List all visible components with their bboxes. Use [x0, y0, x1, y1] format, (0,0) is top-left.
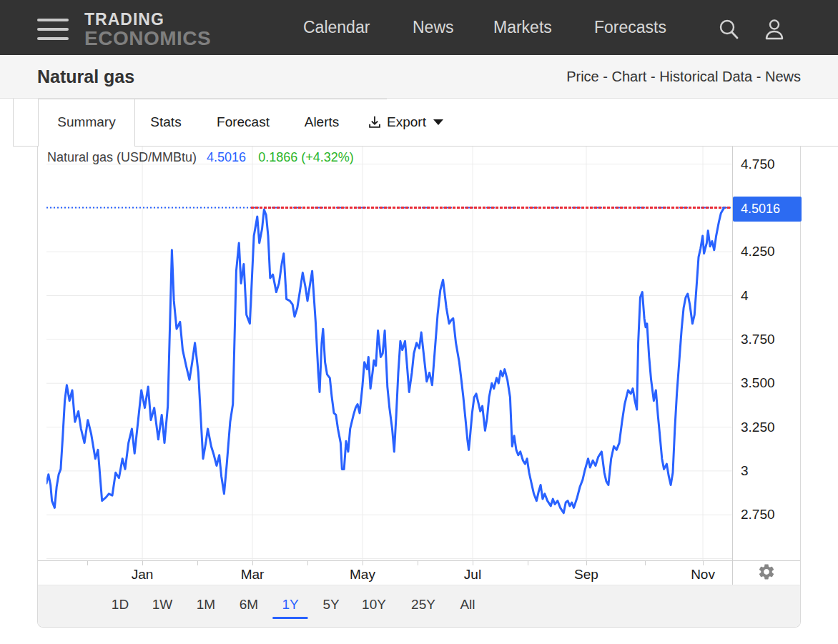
top-navigation-bar: TRADING ECONOMICS Calendar News Markets … — [0, 0, 838, 55]
page: TRADING ECONOMICS Calendar News Markets … — [0, 0, 838, 644]
range-button-6m[interactable]: 6M — [238, 597, 260, 618]
logo-line1: TRADING — [84, 11, 211, 28]
y-axis-label: 3.250 — [741, 419, 775, 436]
menu-icon[interactable] — [37, 19, 69, 40]
range-button-1m[interactable]: 1M — [195, 597, 217, 618]
x-axis-tick — [732, 561, 733, 565]
price-line-series — [46, 208, 724, 513]
gear-icon[interactable] — [757, 563, 776, 581]
section-links[interactable]: Price - Chart - Historical Data - News — [566, 55, 801, 98]
instrument-label: Natural gas (USD/MMBtu) — [47, 150, 197, 164]
x-axis-label-nov: Nov — [691, 564, 715, 585]
y-axis-label: 4 — [741, 287, 749, 304]
price-change: 0.1866 (+4.32%) — [258, 150, 354, 164]
download-icon — [367, 114, 383, 130]
caret-down-icon — [433, 119, 443, 125]
page-title: Natural gas — [37, 55, 134, 98]
tab-forecast[interactable]: Forecast — [217, 99, 270, 146]
search-icon[interactable] — [716, 17, 742, 43]
x-axis-tick — [418, 561, 418, 565]
nav-link-calendar[interactable]: Calendar — [303, 0, 370, 55]
trading-economics-logo[interactable]: TRADING ECONOMICS — [84, 11, 211, 49]
y-axis-label: 4.750 — [741, 156, 775, 173]
range-button-all[interactable]: All — [458, 597, 476, 618]
tab-bar: Summary Stats Forecast Alerts Export — [13, 99, 838, 147]
x-axis-label-mar: Mar — [241, 564, 265, 585]
nav-link-forecasts[interactable]: Forecasts — [594, 0, 666, 55]
x-axis-line — [38, 560, 800, 561]
chart-header: Natural gas (USD/MMBtu) 4.5016 0.1866 (+… — [47, 147, 354, 167]
range-button-10y[interactable]: 10Y — [360, 597, 388, 618]
x-axis-label-may: May — [350, 564, 375, 585]
price-chart[interactable] — [46, 147, 732, 560]
nav-link-news[interactable]: News — [413, 0, 454, 55]
last-price: 4.5016 — [207, 150, 246, 164]
export-button[interactable]: Export — [367, 99, 443, 146]
user-icon[interactable] — [761, 16, 788, 43]
range-button-1d[interactable]: 1D — [110, 597, 130, 618]
tab-alerts[interactable]: Alerts — [305, 99, 340, 146]
y-axis-label: 4.250 — [741, 243, 775, 260]
x-axis-tick — [87, 561, 88, 565]
x-axis-tick — [645, 561, 646, 565]
x-axis-tick — [528, 561, 528, 565]
current-price-badge: 4.5016 — [733, 197, 802, 222]
range-button-1y[interactable]: 1Y — [272, 597, 307, 619]
x-axis-label-jul: Jul — [464, 564, 481, 585]
range-button-5y[interactable]: 5Y — [321, 597, 340, 618]
export-label: Export — [387, 114, 426, 130]
y-axis-label: 3.750 — [741, 331, 775, 348]
y-axis-label: 2.750 — [741, 506, 775, 523]
x-axis-label-jan: Jan — [132, 564, 154, 585]
logo-line2: ECONOMICS — [84, 29, 211, 49]
x-axis-tick — [197, 561, 198, 565]
range-button-1w[interactable]: 1W — [151, 597, 174, 618]
tab-summary[interactable]: Summary — [38, 99, 135, 147]
x-axis-label-sep: Sep — [574, 564, 598, 585]
y-axis-label: 3 — [741, 462, 749, 480]
range-button-25y[interactable]: 25Y — [410, 597, 437, 618]
nav-link-markets[interactable]: Markets — [493, 0, 552, 55]
chart-card: Natural gas (USD/MMBtu) 4.5016 0.1866 (+… — [37, 147, 801, 628]
tab-stats[interactable]: Stats — [150, 99, 181, 146]
page-header: Natural gas Price - Chart - Historical D… — [0, 55, 838, 99]
range-selector: 1D1W1M6M1Y5Y10Y25YAll — [38, 585, 800, 627]
x-axis-tick — [307, 561, 308, 565]
y-axis-label: 3.500 — [741, 375, 775, 392]
